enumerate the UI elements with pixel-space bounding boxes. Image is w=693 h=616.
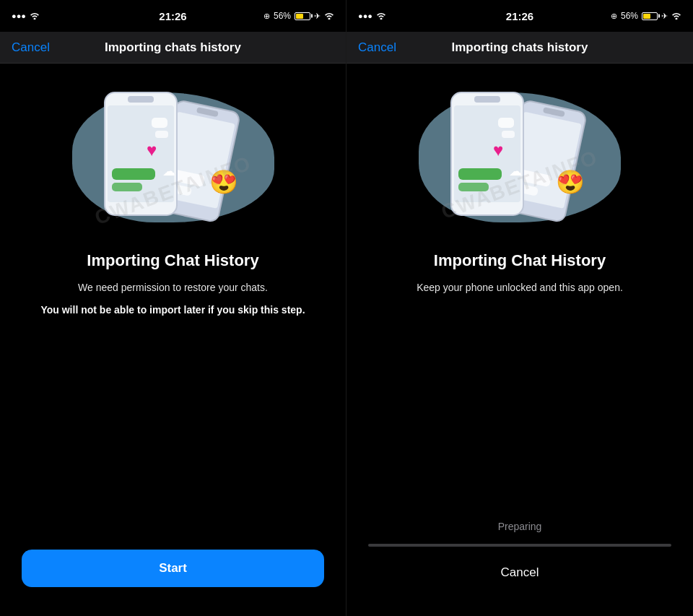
wifi-icon-right [376,12,386,21]
status-time-left: 21:26 [159,10,186,22]
nav-title-right: Importing chats history [452,40,588,55]
svg-rect-23 [458,168,502,180]
svg-rect-12 [152,118,167,128]
battery-percent-left: 56% [274,11,291,21]
svg-rect-28 [502,131,515,138]
battery-icon-left [295,12,310,20]
svg-rect-13 [155,131,168,138]
svg-text:♥: ♥ [147,140,157,160]
description-left: We need permission to restore your chats… [78,280,268,295]
svg-text:😍: 😍 [556,168,585,196]
airplane-icon-left: ✈ [314,12,321,21]
illustration-right: ♥ ☁ 😍 [411,78,628,237]
heading-right: Importing Chat History [434,251,606,270]
wifi2-icon-right [671,12,681,21]
status-right-left: ⊕ 56% ✈ [263,11,334,21]
wifi2-icon-left [324,12,334,21]
svg-rect-24 [458,183,489,191]
svg-rect-27 [498,118,514,128]
progress-bar-container [368,544,671,547]
svg-text:😍: 😍 [209,168,238,196]
cancel-button-bottom[interactable]: Cancel [501,558,539,587]
cancel-button-right-nav[interactable]: Cancel [358,40,396,55]
main-content-left: ♥ ☁ 😍 Importing Chat History We need per… [0,64,346,318]
nav-bar-left: Cancel Importing chats history [0,32,346,64]
phones-svg-left: ♥ ☁ 😍 [65,78,282,237]
start-button[interactable]: Start [22,550,324,587]
bottom-area-left: Start [0,535,346,616]
nav-title-left: Importing chats history [105,40,241,55]
location-icon-right: ⊕ [611,12,617,21]
status-time-right: 21:26 [506,10,533,22]
status-left: ●●● [12,12,40,21]
svg-text:☁: ☁ [162,164,175,178]
main-content-right: ♥ ☁ 😍 Importing Chat History Keep your p… [346,64,693,307]
cancel-button-left[interactable]: Cancel [12,40,50,55]
status-right-right: ⊕ 56% ✈ [611,11,681,21]
svg-rect-7 [128,96,154,103]
wifi-icon [30,12,40,21]
bottom-area-right: Preparing Cancel [346,513,693,616]
signal-icon: ●●● [12,12,26,20]
svg-rect-22 [474,96,500,103]
signal-icon-right: ●●● [358,12,372,20]
left-phone-screen: ●●● 21:26 ⊕ 56% ✈ Cancel Importing c [0,0,346,616]
location-icon-left: ⊕ [263,12,270,21]
description-right: Keep your phone unlocked and this app op… [417,280,623,295]
battery-percent-right: 56% [621,11,638,21]
right-phone-screen: ●●● 21:26 ⊕ 56% ✈ Cancel Importing c [346,0,693,616]
warning-text-left: You will not be able to import later if … [40,303,305,318]
svg-text:♥: ♥ [493,140,503,160]
airplane-icon-right: ✈ [661,12,668,21]
status-left-right: ●●● [358,12,386,21]
status-bar-right: ●●● 21:26 ⊕ 56% ✈ [346,0,693,32]
battery-icon-right [642,12,658,20]
illustration-left: ♥ ☁ 😍 [65,78,282,237]
status-bar-left: ●●● 21:26 ⊕ 56% ✈ [0,0,346,32]
svg-rect-8 [112,168,155,180]
phones-svg-right: ♥ ☁ 😍 [411,78,628,237]
svg-text:☁: ☁ [509,164,522,178]
nav-bar-right: Cancel Importing chats history [346,32,693,64]
heading-left: Importing Chat History [87,251,258,270]
svg-rect-9 [112,183,142,191]
preparing-label: Preparing [498,521,542,532]
